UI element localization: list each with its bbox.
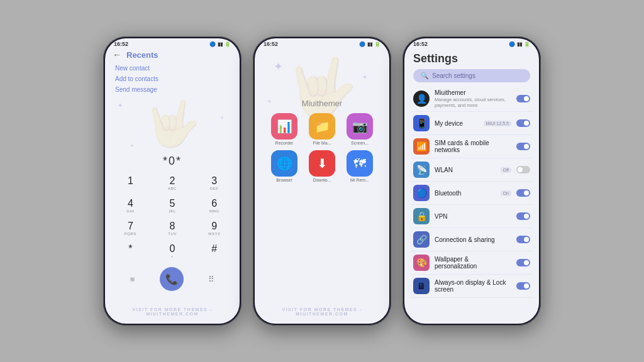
aod-toggle[interactable] [516,282,530,290]
dial-key-hash[interactable]: # [194,241,235,262]
recents-header: ← Recents [105,48,240,62]
bluetooth-badge: On [501,190,511,196]
vpn-text: VPN [435,213,511,220]
home-app-label: Miuithemer [302,99,342,108]
status-time-1: 16:52 [114,41,128,47]
settings-list: 👤 Miuithemer Manage accounts, cloud serv… [404,86,539,298]
app-icon-browser: 🌐 [271,150,297,177]
vpn-toggle[interactable] [516,212,530,220]
mydevice-toggle[interactable] [516,119,530,127]
status-icons-1: 🔵 ▮▮ 🔋 [209,41,231,47]
plus-decor-3: + [130,142,134,149]
mydevice-icon: 📱 [413,115,430,131]
app-name-screen: Screen... [351,141,369,145]
app-name-download: Downlo... [313,178,331,182]
app-name-browser: Browser [276,178,292,182]
status-bar-1: 16:52 🔵 ▮▮ 🔋 [105,38,240,48]
plus-decor-1: ✦ [118,102,123,109]
settings-item-vpn[interactable]: 🔒 VPN [411,205,533,228]
phone-2-screen: 16:52 🔵 ▮▮ 🔋 🤟 ✦ ✦ ✦ Miuithemer 📊 [255,38,389,324]
app-item-miremote[interactable]: 🗺 Mi Rem... [343,150,376,182]
dial-key-0[interactable]: 0+ [152,241,193,262]
dialer-grid: 1 2ABC 3DEF 4GHI 5JKL 6MNO 7PQRS 8TUV 9W… [105,170,240,265]
app-icon-screen: 📷 [347,113,373,140]
settings-item-bluetooth[interactable]: 🔵 Bluetooth On [411,182,533,205]
app-name-filemanager: File Ma... [313,141,331,145]
settings-item-sim[interactable]: 📶 SIM cards & mobile networks [411,135,533,158]
connection-text: Connection & sharing [435,236,511,243]
dial-key-2[interactable]: 2ABC [152,173,193,194]
app-item-browser[interactable]: 🌐 Browser [268,150,301,182]
dial-key-star[interactable]: * [110,241,151,262]
app-icon-filemanager: 📁 [309,113,335,140]
app-item-download[interactable]: ⬇ Downlo... [306,150,338,182]
dialer-input[interactable]: *0* [105,152,240,170]
settings-item-wlan[interactable]: 📡 WLAN Off [411,158,533,182]
phone-3: 16:52 🔵 ▮▮ 🔋 Settings 🔍 Search settings … [402,36,541,326]
watermark-1: VISIT FOR MORE THEMES - MIUITHEMER.COM [105,307,240,316]
bluetooth-icon: 🔵 [209,41,216,47]
status-time-3: 16:52 [413,41,428,47]
dial-key-7[interactable]: 7PQRS [110,218,151,239]
settings-title: Settings [404,48,539,68]
dial-key-8[interactable]: 8TUV [152,218,193,239]
vpn-label: VPN [435,213,511,220]
dial-key-1[interactable]: 1 [110,173,151,194]
battery-icon-2: 🔋 [374,41,380,47]
connection-icon: 🔗 [413,231,430,248]
app-item-filemanager[interactable]: 📁 File Ma... [306,113,338,145]
settings-item-wallpaper[interactable]: 🎨 Wallpaper & personalization [411,251,533,275]
mydevice-label: My device [435,120,479,127]
vpn-icon: 🔒 [413,208,430,224]
status-icons-2: 🔵 ▮▮ 🔋 [359,41,380,47]
bluetooth-toggle[interactable] [516,189,530,197]
settings-item-connection[interactable]: 🔗 Connection & sharing [411,228,533,251]
call-button[interactable]: 📞 [160,267,184,291]
aod-text: Always-on display & Lock screen [435,279,511,293]
menu-icon[interactable]: ≡ [130,275,135,284]
bt-icon-3: 🔵 [509,41,515,47]
dial-key-6[interactable]: 6MNO [194,195,235,217]
aod-icon: 🖥 [413,278,430,294]
settings-item-miuithemer[interactable]: 👤 Miuithemer Manage accounts, cloud serv… [411,86,533,112]
wlan-badge: Off [501,167,511,173]
dial-key-4[interactable]: 4GHI [110,195,151,217]
recents-title: Recents [126,50,158,60]
signal-icon-2: ▮▮ [367,41,372,47]
back-arrow-icon[interactable]: ← [113,50,121,60]
search-icon: 🔍 [421,72,428,79]
wallpaper-icon: 🎨 [413,255,430,271]
dial-key-3[interactable]: 3DEF [194,173,235,194]
app-item-screen[interactable]: 📷 Screen... [343,113,376,145]
keypad-icon[interactable]: ⠿ [208,275,214,284]
settings-search-bar[interactable]: 🔍 Search settings [413,69,530,82]
status-bar-2: 16:52 🔵 ▮▮ 🔋 [255,38,389,48]
settings-item-mydevice[interactable]: 📱 My device MIUI 12.5.5 [411,112,533,135]
wallpaper-toggle[interactable] [516,259,530,266]
bt-icon-2: 🔵 [359,41,365,47]
miuithemer-icon: 👤 [413,90,430,107]
home-hand-area: 🤟 ✦ ✦ ✦ Miuithemer 📊 Recorder 📁 File Ma.… [255,48,389,190]
connection-toggle[interactable] [516,236,530,243]
wlan-toggle[interactable] [516,166,530,173]
wallpaper-label: Wallpaper & personalization [435,256,511,270]
signal-icon-3: ▮▮ [517,41,522,47]
dial-key-9[interactable]: 9WXYZ [194,218,235,239]
status-icons-3: 🔵 ▮▮ 🔋 [509,41,530,47]
add-to-contacts-link[interactable]: Add to contacts [115,75,230,82]
send-message-link[interactable]: Send message [115,86,230,93]
sim-toggle[interactable] [516,143,530,150]
miuithemer-sub: Manage accounts, cloud services, payment… [435,97,511,108]
phone-3-screen[interactable]: 16:52 🔵 ▮▮ 🔋 Settings 🔍 Search settings … [404,38,539,324]
new-contact-link[interactable]: New contact [115,65,230,72]
settings-item-aod[interactable]: 🖥 Always-on display & Lock screen [411,275,533,298]
dial-key-5[interactable]: 5JKL [152,195,193,217]
wlan-icon: 📡 [413,162,430,178]
miuithemer-toggle[interactable] [516,95,530,102]
app-icon-miremote: 🗺 [347,150,373,177]
sparkle-3: ✦ [267,99,272,104]
wlan-label: WLAN [435,167,496,173]
battery-icon: 🔋 [225,41,231,47]
app-item-recorder[interactable]: 📊 Recorder [268,113,301,145]
status-bar-3: 16:52 🔵 ▮▮ 🔋 [404,38,539,48]
